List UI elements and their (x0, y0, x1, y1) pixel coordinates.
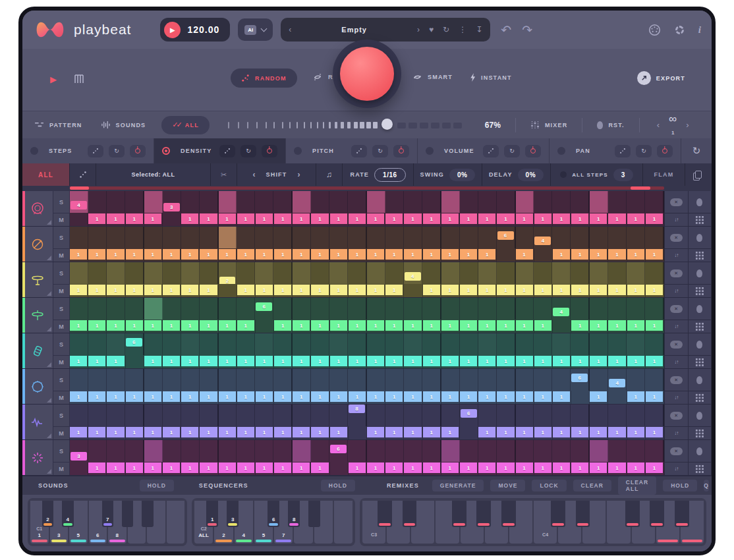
value-cell[interactable] (571, 391, 590, 404)
step-cell[interactable] (329, 191, 348, 213)
step-cell[interactable] (219, 333, 237, 355)
value-chip[interactable]: 1 (144, 391, 161, 402)
undo-button[interactable]: ↶ (501, 22, 511, 38)
value-chip[interactable]: 1 (608, 320, 625, 331)
value-cell[interactable]: 1 (534, 426, 553, 439)
clear-track-button[interactable]: ✕ (665, 298, 689, 320)
step-cell[interactable] (181, 191, 200, 213)
value-chip[interactable]: 1 (237, 391, 254, 402)
step-cell[interactable] (478, 369, 497, 391)
tab-loop-button[interactable]: ↻ (372, 145, 388, 157)
value-chip[interactable]: 1 (404, 356, 421, 366)
value-chip[interactable]: 1 (144, 249, 161, 260)
density-value-badge[interactable]: 6 (126, 338, 142, 347)
value-cell[interactable]: 1 (293, 320, 311, 333)
value-cell[interactable]: 1 (274, 462, 293, 475)
value-cell[interactable]: 1 (385, 426, 404, 439)
value-cell[interactable]: 1 (107, 391, 125, 404)
value-cell[interactable]: 1 (274, 355, 293, 368)
mixer-button[interactable]: MIXER (530, 121, 568, 129)
value-cell[interactable]: 1 (200, 462, 218, 475)
value-chip[interactable]: 1 (88, 249, 105, 260)
value-cell[interactable]: 1 (460, 284, 478, 297)
value-chip[interactable]: 1 (627, 249, 644, 260)
value-cell[interactable]: 1 (349, 355, 367, 368)
drag-handle-button[interactable] (689, 213, 712, 226)
value-chip[interactable]: 1 (274, 213, 291, 224)
step-cell[interactable] (219, 298, 237, 320)
tab-radio[interactable] (426, 147, 434, 155)
value-chip[interactable]: 1 (478, 213, 495, 224)
step-cell[interactable] (422, 440, 441, 462)
value-cell[interactable]: 1 (349, 320, 367, 333)
step-cell[interactable] (441, 333, 460, 355)
value-cell[interactable]: 1 (385, 284, 404, 297)
value-chip[interactable]: 1 (571, 462, 588, 473)
tab-radio[interactable] (294, 147, 302, 155)
step-cell[interactable] (348, 191, 367, 213)
value-chip[interactable]: 1 (88, 356, 105, 366)
value-cell[interactable]: 1 (181, 391, 200, 404)
value-chip[interactable]: 1 (293, 462, 310, 473)
step-cell[interactable] (237, 369, 255, 391)
step-cell[interactable] (422, 333, 441, 355)
value-cell[interactable]: 1 (163, 462, 181, 475)
value-cell[interactable]: 1 (330, 426, 349, 439)
step-cell[interactable] (163, 262, 181, 284)
step-cell[interactable] (404, 191, 422, 213)
step-cell[interactable] (311, 262, 329, 284)
value-cell[interactable]: 1 (70, 248, 88, 262)
density-value-badge[interactable]: 3 (163, 203, 180, 211)
step-cell[interactable] (590, 191, 608, 213)
density-value-badge[interactable]: 6 (330, 445, 347, 453)
step-cell[interactable] (627, 369, 645, 391)
value-chip[interactable]: 1 (237, 285, 254, 295)
value-chip[interactable]: 1 (70, 391, 87, 402)
value-cell[interactable]: 1 (126, 391, 144, 404)
value-chip[interactable]: 1 (200, 356, 217, 366)
value-cell[interactable]: 1 (256, 248, 274, 262)
step-cell[interactable] (125, 191, 144, 213)
value-cell[interactable]: 1 (627, 320, 646, 333)
value-chip[interactable]: 1 (126, 462, 143, 473)
value-chip[interactable]: 1 (385, 391, 403, 402)
step-cell[interactable] (552, 333, 571, 355)
value-chip[interactable]: 1 (404, 320, 421, 331)
value-chip[interactable]: 1 (590, 462, 607, 473)
generate-button[interactable]: GENERATE (432, 480, 484, 491)
step-cell[interactable] (608, 298, 627, 320)
value-chip[interactable]: 1 (126, 213, 143, 224)
value-cell[interactable]: 1 (349, 391, 367, 404)
drag-handle-button[interactable] (689, 249, 712, 262)
step-cell[interactable] (144, 227, 163, 248)
value-chip[interactable]: 1 (404, 249, 421, 260)
value-cell[interactable]: 1 (107, 320, 125, 333)
value-cell[interactable]: 1 (423, 213, 441, 226)
step-cell[interactable] (534, 440, 552, 462)
page-prev-button[interactable]: ‹ (657, 120, 660, 130)
value-cell[interactable]: 1 (590, 320, 608, 333)
value-chip[interactable]: 1 (441, 249, 459, 260)
settings-gear-icon[interactable] (675, 26, 684, 34)
value-chip[interactable]: 1 (256, 427, 273, 437)
step-cell[interactable] (497, 369, 516, 391)
value-chip[interactable]: 1 (311, 285, 328, 295)
value-chip[interactable]: 1 (571, 427, 588, 437)
mute-button[interactable]: M (53, 249, 69, 262)
step-cell[interactable] (441, 227, 460, 248)
step-cell[interactable] (460, 191, 478, 213)
value-chip[interactable]: 1 (293, 356, 310, 366)
value-cell[interactable]: 1 (385, 320, 404, 333)
pattern-toggle[interactable]: PATTERN (34, 121, 82, 128)
step-cell[interactable] (367, 227, 385, 248)
value-chip[interactable]: 1 (497, 285, 514, 295)
value-chip[interactable]: 1 (367, 249, 384, 260)
step-cell[interactable] (237, 262, 255, 284)
value-chip[interactable]: 1 (107, 320, 124, 331)
drag-handle-button[interactable] (689, 462, 712, 475)
value-cell[interactable]: 1 (590, 248, 608, 262)
value-chip[interactable]: 1 (330, 427, 347, 437)
step-cell[interactable] (516, 333, 534, 355)
value-cell[interactable]: 1 (478, 248, 497, 262)
step-cell[interactable] (293, 440, 311, 462)
